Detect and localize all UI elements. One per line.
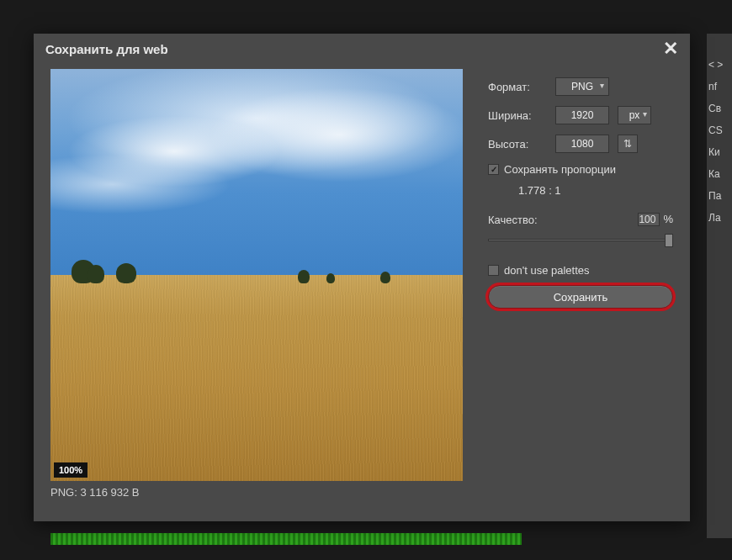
bg-item: Св [707, 103, 732, 114]
save-button-label: Сохранить [554, 291, 608, 304]
swap-icon: ⇅ [623, 138, 632, 150]
keep-ratio-label: Сохранять пропорции [504, 163, 616, 176]
file-size-info: PNG: 3 116 932 B [50, 486, 463, 499]
swap-dimensions-button[interactable]: ⇅ [618, 135, 638, 153]
aspect-ratio-text: 1.778 : 1 [518, 184, 673, 197]
quality-label: Качество: [488, 214, 538, 226]
dialog-title: Сохранить для web [45, 42, 168, 56]
dialog-content: 100% PNG: 3 116 932 B Формат: PNG Ширина… [34, 64, 690, 507]
quality-slider[interactable] [488, 232, 673, 249]
format-row: Формат: PNG [488, 77, 673, 96]
format-label: Формат: [488, 81, 547, 93]
preview-image [50, 69, 463, 481]
close-icon[interactable]: ✕ [663, 40, 678, 58]
quality-value-wrap: 100% [638, 212, 673, 227]
width-row: Ширина: 1920 px [488, 106, 673, 124]
palettes-label: don't use palettes [504, 264, 590, 277]
height-row: Высота: 1080 ⇅ [488, 135, 673, 153]
width-input[interactable]: 1920 [555, 106, 609, 124]
width-unit-value: px [629, 107, 640, 121]
preview-column: 100% PNG: 3 116 932 B [50, 69, 463, 499]
bg-item: Ка [707, 168, 732, 180]
format-select[interactable]: PNG [555, 77, 609, 96]
bg-item: nf [707, 81, 732, 92]
bg-item: Ки [707, 146, 732, 158]
slider-thumb[interactable] [665, 234, 673, 247]
zoom-badge[interactable]: 100% [54, 462, 88, 478]
save-for-web-dialog: Сохранить для web ✕ [34, 34, 690, 521]
bg-item: Па [707, 190, 732, 202]
format-value: PNG [571, 78, 593, 92]
background-right-panel: < > nf Св CS Ки Ка Па Ла [707, 34, 732, 538]
height-input[interactable]: 1080 [555, 135, 609, 153]
save-button[interactable]: Сохранить [488, 285, 673, 309]
bg-item: Ла [707, 212, 732, 224]
palettes-checkbox[interactable] [488, 265, 499, 276]
palettes-row[interactable]: don't use palettes [488, 264, 673, 277]
quality-percent: % [663, 213, 673, 225]
background-bottom-strip [50, 533, 522, 545]
quality-row: Качество: 100% [488, 212, 673, 227]
dialog-titlebar: Сохранить для web ✕ [34, 34, 690, 64]
controls-column: Формат: PNG Ширина: 1920 px Высота: 1080… [488, 69, 673, 499]
quality-input[interactable]: 100 [638, 213, 660, 226]
width-label: Ширина: [488, 109, 547, 122]
bg-item: CS [707, 124, 732, 136]
bg-item: < > [707, 59, 732, 71]
keep-ratio-checkbox[interactable] [488, 164, 499, 175]
width-unit-select[interactable]: px [618, 106, 651, 124]
slider-track [488, 239, 673, 241]
preview-frame[interactable]: 100% [50, 69, 463, 481]
keep-ratio-row[interactable]: Сохранять пропорции [488, 163, 673, 176]
height-label: Высота: [488, 138, 547, 151]
